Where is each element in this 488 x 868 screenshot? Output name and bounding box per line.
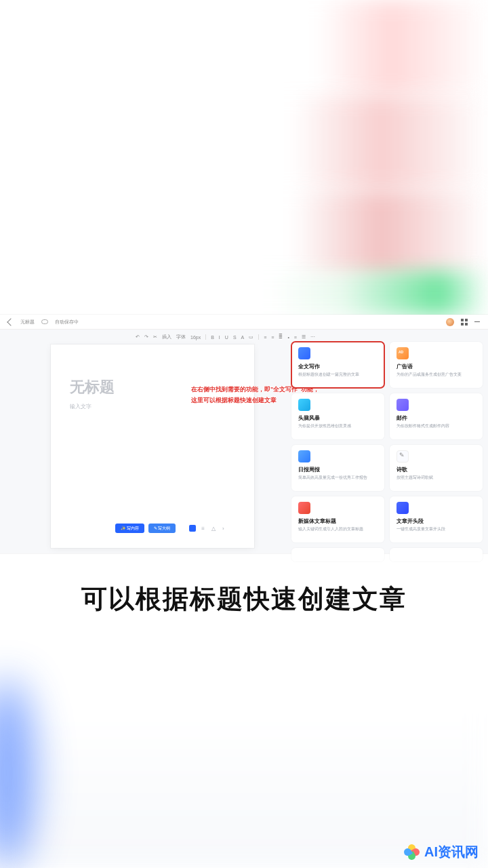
align-left[interactable]: ≡ xyxy=(264,335,266,340)
write-outline-button[interactable]: ✎ 写大纲 xyxy=(148,524,176,533)
card-extra2[interactable] xyxy=(390,548,483,561)
redo-icon[interactable]: ↷ xyxy=(144,334,148,340)
card-media-title[interactable]: 新媒体文章标题输入关键词生成引人入胜的文章标题 xyxy=(291,496,384,542)
card-title: 新媒体文章标题 xyxy=(298,517,378,525)
document-canvas[interactable]: 无标题 输入文字 xyxy=(51,344,254,548)
bg-layer xyxy=(0,271,488,315)
card-title: 文章开头段 xyxy=(396,517,476,525)
poetry-icon xyxy=(396,450,409,462)
card-brainstorm[interactable]: 头脑风暴为你提供开放性思维创意灵感 xyxy=(291,393,384,439)
card-desc: 按照主题写诗词歌赋 xyxy=(396,475,476,481)
brainstorm-icon xyxy=(298,399,310,411)
doc-tab-label[interactable]: 无标题 xyxy=(20,319,35,326)
card-title: 全文写作 xyxy=(298,363,378,370)
ad-copy-icon xyxy=(396,347,409,359)
card-desc: 一键生成高质量文章开头段 xyxy=(396,527,476,532)
topbar: 无标题 自动保存中 xyxy=(0,315,488,330)
font-menu[interactable]: 字体 xyxy=(176,334,186,340)
function-grid: 全文写作根据标题快速创建一篇完整的文章广告语为你的产品或服务生成创意广告文案头脑… xyxy=(291,342,483,553)
doc-action-bar: ✨ 写内容 ✎ 写大纲 ≡ △ › xyxy=(107,524,226,533)
cut-icon[interactable]: ✂ xyxy=(153,334,157,340)
card-email[interactable]: 邮件为你按邮件格式生成邮件内容 xyxy=(390,393,483,439)
card-paragraph[interactable]: 文章开头段一键生成高质量文章开头段 xyxy=(390,496,483,542)
bold-button[interactable]: B xyxy=(211,335,214,340)
nav-next-icon[interactable]: › xyxy=(221,526,226,532)
card-ad-copy[interactable]: 广告语为你的产品或服务生成创意广告文案 xyxy=(390,342,483,388)
align-center[interactable]: ≡ xyxy=(271,335,274,340)
italic-button[interactable]: I xyxy=(219,335,220,340)
ai-button[interactable] xyxy=(189,525,196,532)
video-caption: 可以根据标题快速创建文章 xyxy=(0,582,488,616)
underline-button[interactable]: U xyxy=(225,335,228,340)
nav-mid-icon[interactable]: △ xyxy=(210,526,217,532)
card-extra1[interactable] xyxy=(291,548,384,561)
card-title: 头脑风暴 xyxy=(298,414,378,422)
bg-layer xyxy=(0,95,488,190)
bg-layer xyxy=(0,190,488,278)
strike-button[interactable]: S xyxy=(233,335,237,340)
cloud-icon xyxy=(41,319,48,324)
undo-icon[interactable]: ↶ xyxy=(136,334,140,340)
full-writing-icon xyxy=(298,347,310,359)
font-size[interactable]: 16px xyxy=(190,335,201,340)
back-icon[interactable] xyxy=(7,318,14,326)
card-desc: 根据标题快速创建一篇完整的文章 xyxy=(298,372,378,378)
card-full-writing[interactable]: 全文写作根据标题快速创建一篇完整的文章 xyxy=(291,342,384,388)
more-icon[interactable]: ⋯ xyxy=(310,334,315,340)
card-title: 日报周报 xyxy=(298,466,378,473)
save-status: 自动保存中 xyxy=(55,319,79,326)
card-desc: 简单高效高质量完成一份优秀工作报告 xyxy=(298,475,378,481)
write-content-button[interactable]: ✨ 写内容 xyxy=(115,524,144,533)
card-poetry[interactable]: 诗歌按照主题写诗词歌赋 xyxy=(390,445,483,491)
insert-menu[interactable]: 插入 xyxy=(162,334,171,340)
paragraph-icon[interactable]: ☰ xyxy=(302,334,306,340)
bg-layer xyxy=(0,0,488,95)
apps-icon[interactable] xyxy=(461,319,468,326)
app-screenshot: 无标题 自动保存中 ↶ ↷ ✂ 插入 字体 16px B I U S A ▭ ≡… xyxy=(0,315,488,553)
card-title: 邮件 xyxy=(396,414,476,422)
nav-prev-icon[interactable]: ≡ xyxy=(200,526,206,532)
avatar[interactable] xyxy=(446,318,454,326)
paragraph-icon xyxy=(396,502,409,514)
email-icon xyxy=(396,399,409,411)
card-desc: 为你按邮件格式生成邮件内容 xyxy=(396,424,476,429)
watermark-text: AI资讯网 xyxy=(424,843,479,861)
watermark-logo-icon xyxy=(404,844,420,861)
highlight-color[interactable]: ▭ xyxy=(249,334,253,340)
card-desc: 输入关键词生成引人入胜的文章标题 xyxy=(298,527,378,532)
card-desc: 为你的产品或服务生成创意广告文案 xyxy=(396,372,476,378)
align-right[interactable]: ≣ xyxy=(279,334,283,340)
card-report[interactable]: 日报周报简单高效高质量完成一份优秀工作报告 xyxy=(291,445,384,491)
report-icon xyxy=(298,450,310,462)
watermark: AI资讯网 xyxy=(404,843,479,861)
bullet-list[interactable]: • xyxy=(287,335,289,340)
media-title-icon xyxy=(298,502,310,514)
minimize-icon[interactable] xyxy=(474,321,480,322)
text-color[interactable]: A xyxy=(241,335,245,340)
card-title: 诗歌 xyxy=(396,466,476,473)
number-list[interactable]: ≡ xyxy=(294,335,297,340)
card-title: 广告语 xyxy=(396,363,476,370)
format-toolbar: ↶ ↷ ✂ 插入 字体 16px B I U S A ▭ ≡ ≡ ≣ • ≡ ☰… xyxy=(136,332,474,342)
card-desc: 为你提供开放性思维创意灵感 xyxy=(298,424,378,429)
